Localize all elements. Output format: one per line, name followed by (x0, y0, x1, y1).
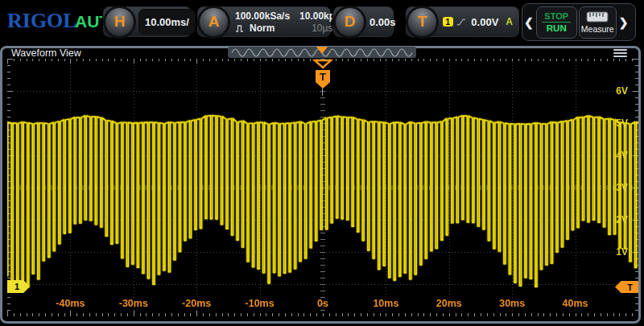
trigger-marker-label: T (320, 71, 326, 83)
delay-knob[interactable]: D (335, 7, 365, 37)
measure-label: Measure (581, 24, 614, 34)
acquire-knob[interactable]: A (199, 7, 229, 37)
run-label: RUN (547, 23, 567, 33)
trigger-position-line (322, 89, 323, 96)
volt-label: 5V (616, 118, 628, 129)
delay-widget[interactable]: D 0.00s (332, 6, 394, 38)
volt-label: 4V (616, 150, 628, 161)
horizontal-widget[interactable]: H 10.00ms/ (102, 6, 192, 38)
volt-label: 3V (616, 182, 628, 193)
square-wave-icon (235, 24, 246, 32)
trigger-level-value: 0.00V (471, 16, 498, 28)
stop-run-button[interactable]: STOP RUN (536, 6, 577, 39)
timebase-value: 10.00ms/ (145, 16, 189, 28)
waveform-canvas[interactable] (7, 59, 638, 316)
time-label: 20ms (436, 298, 462, 309)
rigol-logo: RIGOL (7, 9, 77, 33)
time-label: 0s (317, 298, 328, 309)
timebase-panel[interactable]: 10.00ms/ (138, 9, 196, 35)
trigger-knob[interactable]: T (407, 7, 437, 37)
graticule-area[interactable]: -40ms-30ms-20ms-10ms0s10ms20ms30ms40ms 6… (7, 59, 638, 316)
sample-rate: 100.00kSa/s (235, 10, 290, 22)
top-bar: RIGOL AUTO H 10.00ms/ A 100.00kSa/s 10.0… (0, 0, 644, 45)
window-menu-icon[interactable] (613, 49, 627, 58)
window-title: Waveform View (11, 47, 81, 59)
acquire-mode: Norm (250, 23, 275, 34)
trigger-source-badge: 1 (443, 17, 453, 27)
timebase-preview-strip[interactable] (228, 47, 416, 58)
time-label: -30ms (119, 298, 148, 309)
time-label: -10ms (246, 298, 275, 309)
toolbar-prev-icon[interactable]: ❮ (522, 16, 535, 29)
ruler-icon (586, 11, 609, 23)
acquire-widget[interactable]: A 100.00kSa/s 10.00kpts Norm 10µs/pt (196, 6, 332, 38)
time-label: 10ms (373, 298, 398, 309)
delay-value: 0.00s (369, 16, 396, 28)
horizontal-knob[interactable]: H (105, 7, 134, 37)
stop-label: STOP (544, 11, 568, 21)
volt-label: 2V (616, 214, 628, 225)
acquire-info: 100.00kSa/s 10.00kpts Norm 10µs/pt (235, 10, 344, 34)
time-label: 30ms (499, 298, 525, 309)
rising-edge-icon (456, 16, 466, 28)
volt-label: 6V (616, 85, 628, 97)
toolbar-next-icon[interactable]: ❯ (617, 16, 630, 29)
time-label: -40ms (56, 298, 85, 309)
time-label: -20ms (182, 298, 211, 309)
trigger-position-marker[interactable]: T (312, 59, 333, 91)
measure-button[interactable]: Measure (579, 6, 617, 39)
trigger-widget[interactable]: T 1 0.00V A (405, 6, 520, 38)
stop-run-divider (542, 22, 571, 23)
toolbar-panel: ❮ STOP RUN Measure ❯ (522, 3, 636, 41)
trigger-coupling: A (506, 16, 513, 27)
volt-label: 1V (616, 246, 628, 258)
time-label: 40ms (563, 298, 588, 309)
preview-trigger-position-icon[interactable] (316, 47, 328, 54)
